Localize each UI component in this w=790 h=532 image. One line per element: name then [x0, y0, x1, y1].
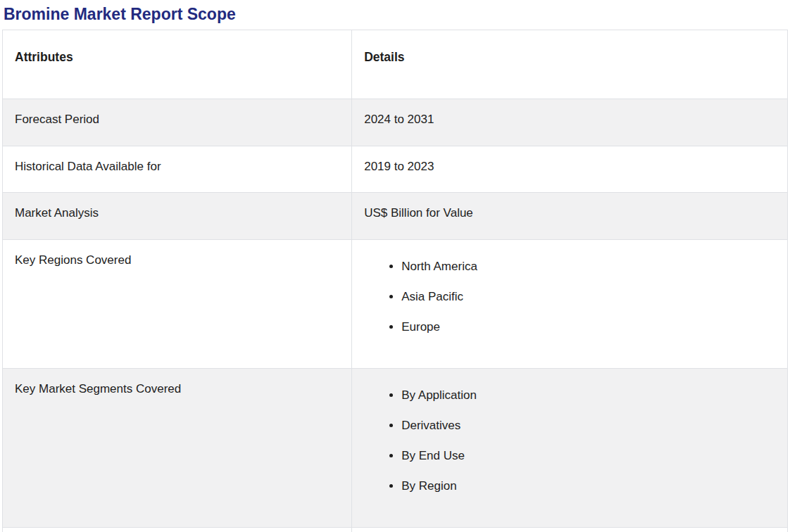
- attribute-cell: Forecast Period: [3, 99, 352, 146]
- report-scope-section: Bromine Market Report Scope Attributes D…: [0, 4, 790, 532]
- attribute-cell: [3, 528, 352, 532]
- attribute-cell: Historical Data Available for: [3, 146, 352, 193]
- detail-list-item: Derivatives: [401, 418, 775, 433]
- detail-list-item: By End Use: [401, 448, 775, 464]
- column-header-attributes: Attributes: [3, 30, 352, 99]
- detail-cell: 2019 to 2023: [352, 146, 788, 193]
- report-scope-table: Attributes Details Forecast Period2024 t…: [2, 30, 788, 532]
- table-header-row: Attributes Details: [3, 30, 788, 99]
- column-header-details: Details: [352, 30, 788, 99]
- table-row: Historical Data Available for2019 to 202…: [3, 146, 788, 193]
- detail-list-item: By Region: [401, 479, 775, 494]
- table-row: Market AnalysisUS$ Billion for Value: [3, 193, 788, 240]
- detail-list: North AmericaAsia PacificEurope: [364, 259, 775, 335]
- detail-list-item: Asia Pacific: [401, 289, 775, 305]
- table-row: Forecast Period2024 to 2031: [3, 99, 788, 146]
- detail-cell: By ApplicationDerivativesBy End UseBy Re…: [352, 369, 788, 528]
- attribute-cell: Market Analysis: [3, 193, 352, 240]
- detail-list: By ApplicationDerivativesBy End UseBy Re…: [364, 388, 775, 494]
- detail-list-item: Europe: [401, 319, 775, 335]
- detail-cell: [352, 528, 788, 532]
- detail-cell: US$ Billion for Value: [352, 193, 788, 240]
- attribute-cell: Key Market Segments Covered: [3, 369, 352, 528]
- table-row-partial: [3, 528, 788, 532]
- table-row: Key Regions CoveredNorth AmericaAsia Pac…: [3, 240, 788, 369]
- detail-list-item: By Application: [401, 388, 775, 403]
- detail-list-item: North America: [401, 259, 775, 274]
- table-row: Key Market Segments CoveredBy Applicatio…: [3, 369, 788, 528]
- detail-cell: North AmericaAsia PacificEurope: [352, 240, 788, 369]
- page-title: Bromine Market Report Scope: [4, 4, 788, 24]
- attribute-cell: Key Regions Covered: [3, 240, 352, 369]
- detail-cell: 2024 to 2031: [352, 99, 788, 146]
